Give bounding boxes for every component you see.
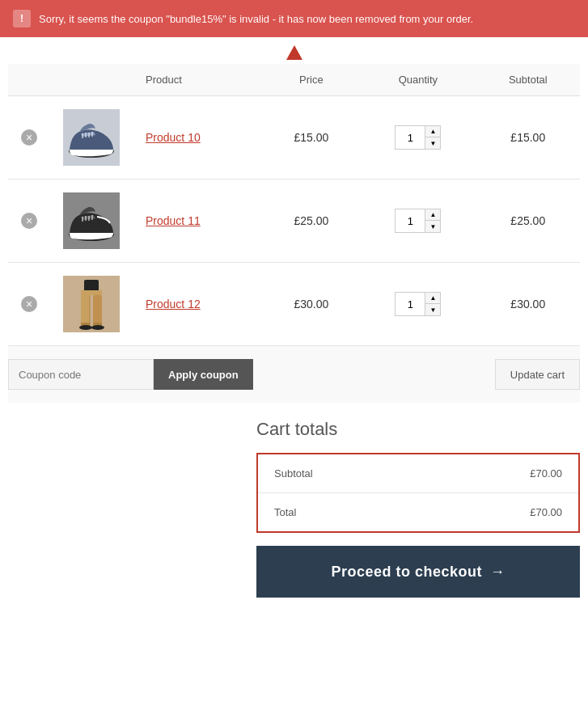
quantity-up-button[interactable]: ▲ [425, 126, 440, 137]
checkout-arrow-icon: → [490, 564, 506, 581]
col-header-remove [8, 64, 50, 96]
quantity-stepper: ▲ ▼ [395, 209, 441, 233]
cart-totals-title: Cart totals [256, 419, 580, 440]
product-name-cell: Product 11 [133, 180, 263, 263]
quantity-input[interactable] [396, 126, 425, 149]
apply-coupon-button[interactable]: Apply coupon [154, 359, 253, 390]
remove-cell: × [8, 180, 50, 263]
product-subtotal-cell: £15.00 [476, 96, 580, 180]
product-quantity-cell: ▲ ▼ [360, 96, 476, 180]
product-image [63, 276, 120, 332]
product-subtotal: £15.00 [510, 131, 545, 144]
total-label: Total [274, 506, 296, 518]
svg-rect-16 [93, 295, 102, 326]
total-value: £70.00 [530, 506, 562, 518]
error-banner: ! Sorry, it seems the coupon "bundle15%"… [0, 0, 588, 37]
subtotal-row: Subtotal £70.00 [258, 454, 578, 493]
product-price: £15.00 [294, 131, 329, 144]
product-image-cell [50, 263, 133, 346]
cart-totals-section: Cart totals Subtotal £70.00 Total £70.00… [8, 403, 580, 614]
product-link[interactable]: Product 12 [146, 298, 201, 311]
quantity-input[interactable] [396, 209, 425, 232]
cart-table: Product Price Quantity Subtotal × [8, 64, 580, 346]
quantity-stepper: ▲ ▼ [395, 292, 441, 316]
quantity-arrows: ▲ ▼ [425, 293, 440, 315]
product-quantity-cell: ▲ ▼ [360, 180, 476, 263]
up-arrow-icon [286, 45, 302, 60]
svg-point-21 [91, 325, 104, 330]
checkout-btn-container: Proceed to checkout → [256, 546, 580, 598]
cart-totals-box: Subtotal £70.00 Total £70.00 [256, 453, 580, 533]
product-link[interactable]: Product 11 [146, 214, 201, 227]
col-header-subtotal: Subtotal [476, 64, 580, 96]
svg-rect-13 [84, 280, 99, 292]
product-subtotal: £30.00 [510, 298, 545, 311]
subtotal-label: Subtotal [274, 467, 313, 480]
remove-cell: × [8, 96, 50, 180]
product-subtotal: £25.00 [510, 214, 545, 227]
product-quantity-cell: ▲ ▼ [360, 263, 476, 346]
col-header-quantity: Quantity [360, 64, 476, 96]
quantity-stepper: ▲ ▼ [395, 125, 441, 150]
checkout-label: Proceed to checkout [331, 564, 482, 581]
quantity-up-button[interactable]: ▲ [425, 209, 440, 221]
cart-actions: Apply coupon Update cart [8, 346, 580, 403]
total-row: Total £70.00 [258, 493, 578, 531]
col-header-price: Price [263, 64, 361, 96]
col-header-image [50, 64, 133, 96]
quantity-down-button[interactable]: ▼ [425, 304, 440, 315]
svg-point-20 [79, 325, 92, 330]
quantity-arrows: ▲ ▼ [425, 126, 440, 149]
error-message: Sorry, it seems the coupon "bundle15%" i… [39, 13, 473, 25]
quantity-input[interactable] [396, 293, 425, 315]
col-header-product: Product [133, 64, 263, 96]
product-price-cell: £30.00 [263, 263, 361, 346]
product-subtotal-cell: £25.00 [476, 180, 580, 263]
product-image [63, 109, 120, 166]
subtotal-value: £70.00 [530, 467, 562, 480]
remove-button[interactable]: × [21, 129, 37, 146]
product-name-cell: Product 10 [133, 96, 263, 180]
checkout-button[interactable]: Proceed to checkout → [256, 546, 580, 598]
product-name-cell: Product 12 [133, 263, 263, 346]
quantity-up-button[interactable]: ▲ [425, 293, 440, 304]
quantity-down-button[interactable]: ▼ [425, 221, 440, 232]
product-subtotal-cell: £30.00 [476, 263, 580, 346]
coupon-input[interactable] [8, 359, 154, 390]
table-row: × Product 11 £25.0 [8, 180, 580, 263]
coupon-form: Apply coupon [8, 359, 253, 390]
remove-button[interactable]: × [21, 296, 37, 312]
quantity-arrows: ▲ ▼ [425, 209, 440, 232]
product-image-cell [50, 96, 133, 180]
product-image-cell [50, 180, 133, 263]
svg-rect-14 [81, 290, 102, 295]
product-price-cell: £25.00 [263, 180, 361, 263]
quantity-down-button[interactable]: ▼ [425, 137, 440, 149]
arrow-indicator [0, 37, 588, 64]
product-link[interactable]: Product 10 [146, 131, 201, 144]
product-price: £30.00 [294, 298, 329, 311]
table-row: × Product 10 [8, 96, 580, 180]
product-price-cell: £15.00 [263, 96, 361, 180]
svg-rect-15 [81, 295, 90, 326]
product-image [63, 192, 120, 249]
remove-button[interactable]: × [21, 213, 37, 229]
remove-cell: × [8, 263, 50, 346]
product-price: £25.00 [294, 214, 329, 227]
update-cart-button[interactable]: Update cart [495, 359, 580, 390]
table-row: × [8, 263, 580, 346]
error-icon: ! [13, 10, 31, 27]
